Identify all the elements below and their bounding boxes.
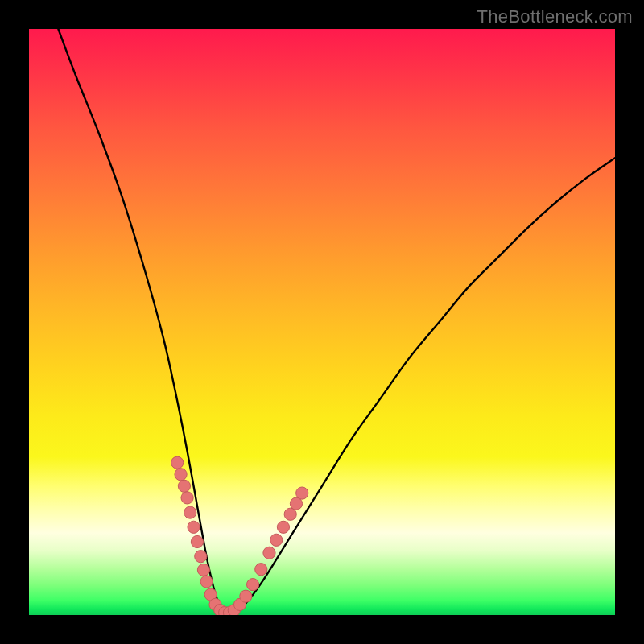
highlight-dot — [188, 521, 200, 533]
highlight-dot — [195, 551, 207, 563]
highlight-dot — [178, 480, 190, 492]
highlight-dot — [200, 576, 213, 588]
highlight-dot — [246, 579, 258, 591]
bottleneck-curve — [58, 29, 615, 613]
highlight-dot — [197, 564, 209, 576]
highlight-dot — [171, 456, 184, 469]
highlight-dot — [191, 535, 203, 547]
highlight-dot — [240, 590, 252, 602]
highlight-dot — [263, 547, 275, 559]
highlight-dot — [175, 469, 187, 481]
chart-frame: TheBottleneck.com — [0, 0, 644, 644]
highlight-dot — [270, 534, 283, 546]
highlight-dot — [277, 521, 289, 533]
watermark-text: TheBottleneck.com — [477, 6, 633, 27]
plot-area — [29, 29, 615, 615]
highlight-dot — [255, 564, 267, 576]
chart-svg — [29, 29, 615, 615]
highlight-dot — [296, 487, 308, 499]
highlight-dot — [184, 506, 196, 518]
highlight-dot — [181, 492, 193, 504]
